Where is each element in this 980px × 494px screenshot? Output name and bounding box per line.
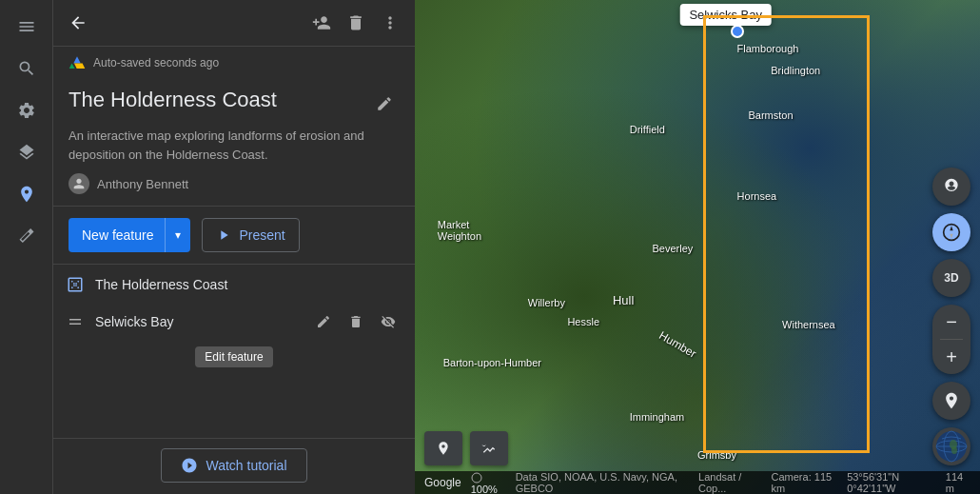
draw-path-button[interactable] (470, 431, 508, 465)
layer-selwicks-icon (67, 313, 84, 330)
place-withernsea: Withernsea (782, 319, 835, 330)
edit-title-button[interactable] (369, 89, 400, 119)
status-bar: Google 100% Data SIO, NOAA, U.S. Navy, N… (415, 471, 980, 494)
layer-hide-button[interactable] (375, 308, 402, 335)
watch-tutorial-bar: Watch tutorial (53, 438, 415, 494)
zoom-level-text: 100% (471, 470, 506, 494)
place-grimsby: Grimsby (697, 449, 736, 461)
map-area[interactable]: Selwicks Bay Flamborough Bridlington Bar… (415, 0, 980, 494)
zoom-out-button[interactable]: − (932, 305, 970, 339)
top-bar-right (306, 8, 405, 38)
place-beverley: Beverley (652, 243, 693, 254)
watch-tutorial-button[interactable]: Watch tutorial (161, 448, 306, 483)
selwicks-bay-tooltip: Selwicks Bay (679, 4, 772, 26)
google-drive-icon (69, 54, 86, 71)
tooltip-wrapper: Edit feature (53, 343, 415, 369)
location-button[interactable] (8, 175, 46, 213)
zoom-in-button[interactable]: + (932, 340, 970, 374)
place-bridlington: Bridlington (771, 65, 820, 76)
location-indicator-button[interactable] (932, 382, 970, 420)
map-satellite-view: Selwicks Bay Flamborough Bridlington Bar… (415, 0, 980, 494)
pin-dot (731, 25, 744, 38)
place-driffield: Driffield (630, 124, 665, 135)
settings-button[interactable] (8, 91, 46, 129)
imagery-attribution: Landsat / Cop... (698, 471, 761, 494)
add-person-button[interactable] (306, 8, 337, 38)
layer-edit-button[interactable] (310, 308, 337, 335)
3d-button[interactable]: 3D (932, 259, 970, 297)
watch-tutorial-label: Watch tutorial (206, 458, 286, 473)
menu-button[interactable] (8, 8, 46, 46)
camera-distance: Camera: 115 km (772, 471, 838, 494)
street-view-button[interactable] (932, 168, 970, 206)
author-row: Anthony Bennett (69, 173, 400, 194)
sidebar: Auto-saved seconds ago The Holderness Co… (53, 0, 415, 494)
more-options-button[interactable] (375, 8, 405, 38)
place-flamborough: Flamborough (737, 43, 799, 54)
left-navigation (0, 0, 53, 494)
layer-list: The Holderness Coast Selwicks Bay (53, 265, 415, 438)
svg-rect-0 (69, 278, 82, 291)
place-willerby: Willerby (528, 297, 565, 308)
present-button[interactable]: Present (202, 218, 299, 252)
place-barton: Barton-upon-Humber (443, 357, 541, 368)
back-button[interactable] (63, 8, 93, 38)
author-avatar (69, 173, 89, 194)
google-watermark: Google (424, 476, 461, 489)
place-barmston: Barmston (748, 109, 793, 121)
layer-selwicks-actions (310, 308, 402, 335)
author-name: Anthony Bennett (97, 177, 188, 191)
data-attribution: Data SIO, NOAA, U.S. Navy, NGA, GEBCO (516, 471, 689, 494)
map-info-section: The Holderness Coast An interactive map … (53, 79, 415, 207)
map-description: An interactive map exploring landforms o… (69, 127, 400, 164)
zoom-control: − + (932, 305, 970, 374)
place-market-weighton: MarketWeighton (438, 219, 481, 242)
map-controls-bottom-left (424, 431, 508, 465)
search-button[interactable] (8, 49, 46, 88)
action-buttons-row: New feature ▾ Present (53, 207, 415, 265)
layer-holderness-name: The Holderness Coast (95, 277, 402, 292)
layer-item-holderness[interactable]: The Holderness Coast (53, 268, 415, 301)
layer-delete-button[interactable] (343, 308, 369, 335)
selwicks-pin (731, 25, 744, 38)
top-bar (53, 0, 415, 47)
coordinates: 53°56'31"N 0°42'11"W (847, 471, 936, 494)
place-hornsea: Hornsea (737, 190, 777, 202)
compass-button[interactable] (932, 213, 970, 251)
edit-feature-tooltip: Edit feature (195, 346, 272, 367)
selection-box (703, 15, 870, 453)
map-controls-bottom-right: 3D − + (932, 168, 970, 465)
place-immingham: Immingham (630, 411, 684, 423)
new-feature-label: New feature (69, 227, 165, 243)
new-feature-dropdown-arrow[interactable]: ▾ (166, 218, 190, 252)
new-feature-button[interactable]: New feature ▾ (69, 218, 190, 252)
map-title-row: The Holderness Coast (69, 87, 400, 119)
autosave-text: Auto-saved seconds ago (93, 56, 219, 69)
ruler-button[interactable] (8, 217, 46, 255)
top-bar-left (63, 8, 299, 38)
layer-item-selwicks[interactable]: Selwicks Bay (53, 301, 415, 343)
present-label: Present (239, 227, 284, 243)
place-humber: Humber (657, 328, 699, 360)
layers-button[interactable] (8, 133, 46, 171)
delete-map-button[interactable] (341, 8, 371, 38)
map-title: The Holderness Coast (69, 87, 277, 114)
svg-point-9 (951, 446, 957, 454)
place-hessle: Hessle (567, 316, 599, 327)
globe-button[interactable] (932, 427, 970, 465)
add-marker-button[interactable] (424, 431, 462, 465)
autosave-bar: Auto-saved seconds ago (53, 47, 415, 79)
layer-selwicks-name: Selwicks Bay (95, 314, 310, 329)
place-hull: Hull (613, 293, 634, 307)
elevation: 114 m (946, 471, 970, 494)
layer-holderness-icon (67, 276, 84, 293)
svg-point-10 (472, 473, 481, 483)
